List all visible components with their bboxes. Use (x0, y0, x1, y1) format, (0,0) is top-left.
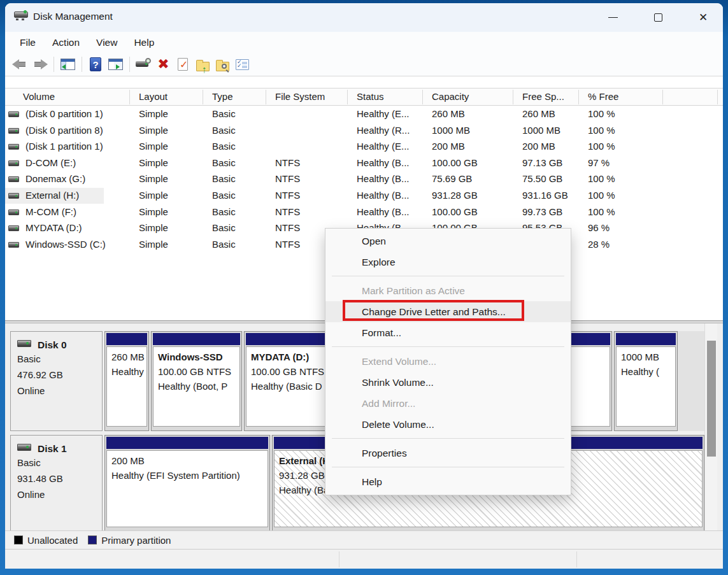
cell-volume: External (H:) (25, 190, 79, 201)
menu-file[interactable]: File (11, 34, 44, 51)
column-separator[interactable] (717, 90, 718, 104)
column-separator[interactable] (347, 90, 348, 104)
menu-item-format[interactable]: Format... (325, 322, 571, 343)
cell-free: 75.50 GB (522, 173, 562, 184)
menu-item-explore[interactable]: Explore (325, 252, 571, 273)
cell-free: 1000 MB (522, 125, 560, 136)
column-header-layout[interactable]: Layout (139, 91, 168, 102)
action-pane-icon[interactable] (107, 56, 124, 73)
cell-capacity: 931.28 GB (432, 190, 478, 201)
disk-1-info[interactable]: Disk 1 Basic 931.48 GB Online (10, 435, 103, 532)
cell-volume: D-COM (E:) (25, 157, 76, 168)
delete-icon[interactable]: ✖ (155, 56, 172, 73)
minimize-icon (608, 17, 618, 18)
partition-mydata-d[interactable]: MYDATA (D:)100.00 GB NTFSHealthy (Basic … (244, 331, 335, 431)
column-header-status[interactable]: Status (357, 91, 384, 102)
vertical-scrollbar[interactable] (704, 323, 717, 530)
partition-content: 200 MBHealthy (EFI System Partition) (106, 450, 268, 527)
close-button[interactable]: ✕ (689, 8, 718, 27)
folder-up-icon[interactable]: ↑ (194, 56, 211, 73)
column-header-type[interactable]: Type (212, 91, 233, 102)
menu-separator (325, 273, 571, 280)
disk-0-info[interactable]: Disk 0 Basic 476.92 GB Online (10, 331, 103, 431)
cell-fs: NTFS (275, 157, 300, 168)
menu-item-delete-volume[interactable]: Delete Volume... (325, 414, 571, 435)
status-bar (5, 549, 723, 569)
minimize-button[interactable] (598, 8, 627, 27)
console-tree-icon[interactable] (59, 56, 76, 73)
volume-table-header: VolumeLayoutTypeFile SystemStatusCapacit… (5, 88, 723, 106)
column-separator[interactable] (203, 90, 203, 104)
menu-help[interactable]: Help (125, 34, 162, 51)
cell-status: Healthy (R... (357, 125, 410, 136)
column-separator[interactable] (578, 90, 579, 104)
menu-item-help[interactable]: Help (325, 471, 571, 492)
table-row[interactable]: (Disk 1 partition 1)SimpleBasicHealthy (… (5, 139, 723, 155)
forward-icon[interactable] (31, 56, 48, 73)
partition-windows-ssd[interactable]: Windows-SSD100.00 GB NTFSHealthy (Boot, … (151, 331, 242, 431)
rescan-disks-icon[interactable] (135, 56, 152, 73)
cell-status: Healthy (B... (357, 206, 410, 217)
cell-capacity: 100.00 GB (432, 157, 478, 168)
table-row[interactable]: D-COM (E:)SimpleBasicNTFSHealthy (B...10… (5, 155, 723, 172)
cell-volume: Windows-SSD (C:) (25, 239, 106, 250)
column-separator[interactable] (662, 90, 663, 104)
back-icon[interactable] (11, 56, 29, 73)
column-separator[interactable] (266, 90, 266, 104)
scrollbar-thumb[interactable] (707, 341, 716, 457)
cell-pct: 97 % (588, 157, 610, 168)
folder-search-icon[interactable] (214, 56, 231, 73)
partition[interactable]: 1000 MBHealthy ( (614, 331, 678, 431)
toolbar-separator (82, 57, 82, 72)
help-icon[interactable]: ? (87, 56, 104, 73)
volume-icon (8, 111, 19, 117)
cell-free: 260 MB (522, 108, 555, 119)
properties-icon[interactable] (234, 56, 251, 73)
volume-icon (8, 128, 19, 134)
table-row[interactable]: Donemax (G:)SimpleBasicNTFSHealthy (B...… (5, 171, 723, 188)
statusbar-divider (576, 551, 577, 567)
menu-view[interactable]: View (88, 34, 125, 51)
cell-fs: NTFS (275, 190, 300, 201)
disk-label: Disk 0 (38, 339, 96, 351)
column-separator[interactable] (422, 90, 423, 104)
disk-icon (17, 340, 31, 347)
table-row[interactable]: (Disk 0 partition 1)SimpleBasicHealthy (… (5, 106, 723, 123)
column-header-free-sp-[interactable]: Free Sp... (522, 91, 564, 102)
menu-item-shrink-volume[interactable]: Shrink Volume... (325, 372, 571, 393)
legend-label: Primary partition (101, 535, 171, 546)
cell-volume: (Disk 0 partition 1) (25, 108, 103, 119)
cell-fs: NTFS (275, 239, 300, 250)
cell-pct: 100 % (588, 190, 615, 201)
disk-management-app-icon (14, 11, 28, 20)
column-separator[interactable] (513, 90, 513, 104)
menu-item-properties[interactable]: Properties (325, 443, 571, 464)
table-row[interactable]: External (H:)SimpleBasicNTFSHealthy (B..… (5, 188, 723, 204)
partition-detail: 100.00 GB NTFS (251, 364, 328, 379)
menu-separator (325, 343, 571, 351)
cell-layout: Simple (139, 108, 168, 119)
column-header-volume[interactable]: Volume (23, 91, 55, 102)
menu-action[interactable]: Action (44, 34, 88, 51)
partition-detail: 200 MB (111, 453, 263, 468)
menu-item-open[interactable]: Open (325, 231, 571, 252)
column-header--free[interactable]: % Free (588, 91, 618, 102)
partition-detail: Healthy (Basic D (251, 379, 328, 394)
partition[interactable]: 260 MBHealthy ( (104, 331, 149, 431)
column-separator[interactable] (129, 90, 130, 104)
primary-partition-band (246, 333, 333, 345)
column-header-file-system[interactable]: File System (275, 91, 325, 102)
cell-pct: 96 % (588, 222, 610, 233)
partition[interactable]: 200 MBHealthy (EFI System Partition) (104, 435, 270, 532)
maximize-button[interactable] (643, 8, 673, 27)
toolbar-separator (54, 57, 54, 72)
column-header-capacity[interactable]: Capacity (432, 91, 469, 102)
legend-swatch-primary-partition (88, 536, 97, 544)
cell-type: Basic (212, 239, 236, 250)
table-row[interactable]: (Disk 0 partition 8)SimpleBasicHealthy (… (5, 123, 723, 139)
volume-icon (8, 144, 19, 150)
table-row[interactable]: M-COM (F:)SimpleBasicNTFSHealthy (B...10… (5, 204, 723, 221)
check-disk-icon[interactable]: ✓ (175, 56, 192, 73)
cell-layout: Simple (139, 141, 168, 152)
disk-size: 476.92 GB (17, 367, 96, 383)
